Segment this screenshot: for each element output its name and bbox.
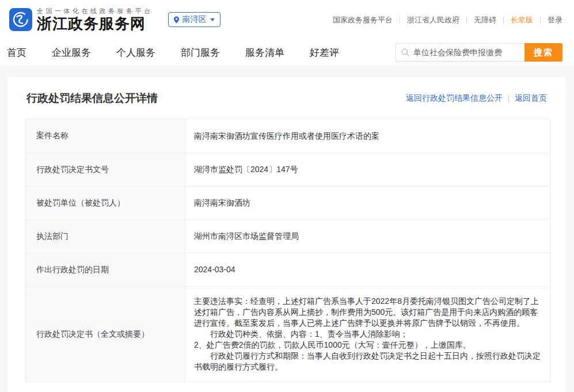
search-icon xyxy=(401,48,410,57)
divider xyxy=(540,17,541,24)
back-links: 返回行政处罚结果信息公开 返回首页 xyxy=(406,93,547,104)
decision-paragraph: 行政处罚种类、依据、内容：1、责令当事人消除影响； xyxy=(194,329,541,340)
top-links: 国家政务服务平台 浙江省人民政府 无障碍 长辈版 登录 xyxy=(333,15,562,25)
punished-party-value: 南浔南宋御酒坊 xyxy=(194,197,250,208)
row-label: 行政处罚决定书文号 xyxy=(26,153,185,186)
nav-item-personal-services[interactable]: 个人服务 xyxy=(116,46,155,59)
back-to-home-link[interactable]: 返回首页 xyxy=(515,93,547,104)
row-label: 被处罚单位（被处罚人） xyxy=(26,187,185,219)
row-enforcement-department: 执法部门 湖州市南浔区市场监督管理局 xyxy=(26,219,550,253)
search-input[interactable] xyxy=(413,48,520,57)
top-link-national-platform[interactable]: 国家政务服务平台 xyxy=(333,15,393,25)
back-to-penalty-list-link[interactable]: 返回行政处罚结果信息公开 xyxy=(406,93,503,104)
row-label: 执法部门 xyxy=(26,220,185,253)
content-card: 行政处罚结果信息公开详情 返回行政处罚结果信息公开 返回首页 案件名称 南浔南宋… xyxy=(8,77,565,392)
top-link-login[interactable]: 登录 xyxy=(548,15,562,25)
decision-document-text: 主要违法事实：经查明，上述灯箱广告系当事人于2022年8月委托南浔银贝图文广告公… xyxy=(194,296,541,372)
search-button[interactable]: 搜索 xyxy=(524,43,562,62)
case-name-value: 南浔南宋御酒坊宣传医疗作用或者使用医疗术语的案 xyxy=(194,131,379,142)
location-selector[interactable]: 南浔区 xyxy=(168,12,221,27)
chevron-down-icon xyxy=(210,18,215,21)
nav-item-home[interactable]: 首页 xyxy=(7,46,26,59)
row-label: 行政处罚决定书（全文或摘要） xyxy=(26,287,185,382)
nav-items: 首页 企业服务 个人服务 部门服务 服务清单 好差评 xyxy=(7,46,339,59)
location-pin-icon xyxy=(173,16,180,24)
main-nav: 首页 企业服务 个人服务 部门服务 服务清单 好差评 搜索 xyxy=(0,39,574,66)
nav-item-department-services[interactable]: 部门服务 xyxy=(181,46,220,59)
top-bar: 全国一体化在线政务服务平台 浙江政务服务网 南浔区 国家政务服务平台 浙江省人民… xyxy=(0,0,574,39)
row-case-name: 案件名称 南浔南宋御酒坊宣传医疗作用或者使用医疗术语的案 xyxy=(26,119,550,153)
divider xyxy=(508,95,509,102)
top-link-accessibility[interactable]: 无障碍 xyxy=(474,15,496,25)
nav-item-service-list[interactable]: 服务清单 xyxy=(245,46,284,59)
decision-paragraph: 2、处广告费2倍的罚款，罚款人民币1000元（大写：壹仟元整），上缴国库。 xyxy=(194,340,541,351)
nav-item-enterprise-services[interactable]: 企业服务 xyxy=(52,46,91,59)
site-name: 浙江政务服务网 xyxy=(37,16,153,33)
platform-tagline: 全国一体化在线政务服务平台 xyxy=(37,7,153,16)
enforcement-department-value: 湖州市南浔区市场监督管理局 xyxy=(194,231,299,242)
location-label: 南浔区 xyxy=(183,14,207,25)
decision-paragraph: 主要违法事实：经查明，上述灯箱广告系当事人于2022年8月委托南浔银贝图文广告公… xyxy=(194,296,541,329)
row-decision-document: 行政处罚决定书（全文或摘要） 主要违法事实：经查明，上述灯箱广告系当事人于202… xyxy=(26,286,550,382)
page-title: 行政处罚结果信息公开详情 xyxy=(26,91,158,106)
divider xyxy=(400,17,400,24)
search-group: 搜索 xyxy=(396,43,562,62)
top-link-provincial-gov[interactable]: 浙江省人民政府 xyxy=(407,15,459,25)
row-decision-number: 行政处罚决定书文号 湖浔市监处罚〔2024〕147号 xyxy=(26,153,550,186)
top-link-elder-version[interactable]: 长辈版 xyxy=(511,15,533,25)
card-header: 行政处罚结果信息公开详情 返回行政处罚结果信息公开 返回首页 xyxy=(25,77,548,119)
decision-number-value: 湖浔市监处罚〔2024〕147号 xyxy=(194,164,298,175)
row-label: 作出行政处罚的日期 xyxy=(26,253,185,286)
divider xyxy=(503,17,504,24)
penalty-detail-table: 案件名称 南浔南宋御酒坊宣传医疗作用或者使用医疗术语的案 行政处罚决定书文号 湖… xyxy=(25,119,550,382)
row-punished-party: 被处罚单位（被处罚人） 南浔南宋御酒坊 xyxy=(26,186,550,219)
site-logo-icon xyxy=(9,8,32,31)
row-label: 案件名称 xyxy=(26,119,185,153)
search-box xyxy=(396,43,524,62)
site-logo[interactable]: 全国一体化在线政务服务平台 浙江政务服务网 xyxy=(9,7,153,33)
nav-item-rating[interactable]: 好差评 xyxy=(310,46,339,59)
penalty-date-value: 2024-03-04 xyxy=(194,264,235,275)
divider xyxy=(466,17,467,24)
decision-paragraph: 行政处罚履行方式和期限：当事人自收到行政处罚决定书之日起十五日内，按照行政处罚决… xyxy=(194,351,541,372)
row-penalty-date: 作出行政处罚的日期 2024-03-04 xyxy=(26,253,550,286)
